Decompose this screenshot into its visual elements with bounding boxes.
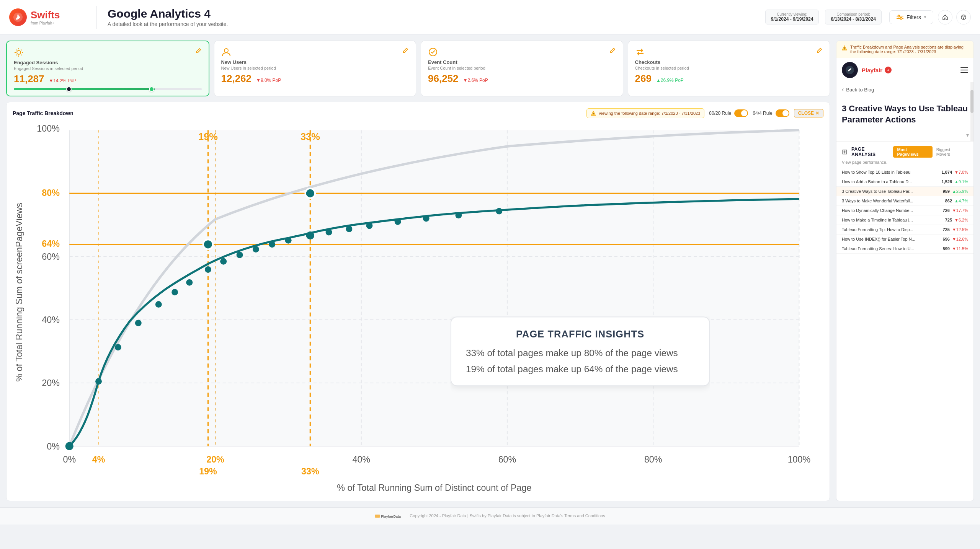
kpi-card-checkouts: Checkouts Checkouts in selected period 2… (628, 41, 830, 96)
toggle-80-20-switch[interactable] (734, 109, 748, 117)
blog-post-title: 3 Creative Ways to Use Tableau Parameter… (842, 103, 968, 125)
kpi-dot-1 (66, 86, 72, 92)
swap-icon (635, 47, 645, 57)
pa-page-change: ▼7.0% (954, 170, 968, 174)
page-analysis-row: How to Use INDEX() for Easier Top N... 6… (836, 235, 973, 244)
svg-point-62 (305, 189, 315, 198)
back-to-blog-link[interactable]: ‹ Back to Blog (836, 82, 973, 97)
comparison-period-label: Comparison period: (831, 12, 875, 16)
page-analysis-row: Tableau Formatting Series: How to U... 5… (836, 244, 973, 254)
edit-icon[interactable] (195, 47, 202, 54)
current-period-box: Currently viewing: 9/1/2024 - 9/19/2024 (765, 10, 819, 24)
svg-point-2 (898, 15, 900, 17)
rule-64-4-label: 64/4 Rule (753, 111, 772, 116)
right-scrollbar[interactable] (970, 82, 973, 141)
blog-logo (842, 62, 858, 78)
kpi-value-row-checkouts: 269 ▲26.9% PoP (635, 73, 823, 85)
main-content: Engaged Sessions Engaged Sessions in sel… (0, 34, 980, 507)
kpi-value-row-users: 12,262 ▼9.0% PoP (221, 73, 409, 85)
page-analysis-title: PAGE ANALYSIS (851, 147, 889, 157)
kpi-label-checkouts: Checkouts (635, 59, 823, 65)
svg-text:4%: 4% (92, 455, 105, 464)
filters-chevron-icon: ▾ (924, 15, 926, 19)
svg-point-53 (306, 231, 314, 239)
page-analysis-row: Tableau Formatting Tip: How to Disp... 7… (836, 225, 973, 235)
tab-most-pageviews[interactable]: Most Pageviews (893, 146, 932, 158)
tab-biggest-movers[interactable]: Biggest Movers (933, 146, 968, 158)
edit-icon-users[interactable] (402, 47, 409, 54)
pa-page-value: 696 (943, 237, 950, 241)
hamburger-menu[interactable] (960, 67, 968, 73)
pa-page-change: ▼12.6% (952, 237, 968, 241)
kpi-change-engaged: ▼14.2% PoP (49, 78, 77, 83)
pa-page-name: How to Use INDEX() for Easier Top N... (842, 237, 940, 241)
right-scrollbar-thumb[interactable] (970, 90, 973, 113)
scroll-down-icon: ▾ (964, 131, 971, 139)
logo-swifts-label: Swifts (31, 9, 60, 21)
date-periods: Currently viewing: 9/1/2024 - 9/19/2024 … (765, 10, 882, 24)
page-analysis-row: How to Dynamically Change Numbe... 726 ▼… (836, 206, 973, 215)
kpi-row: Engaged Sessions Engaged Sessions in sel… (6, 41, 830, 96)
svg-line-15 (16, 50, 17, 51)
svg-point-56 (366, 223, 372, 229)
svg-point-54 (326, 229, 332, 236)
pa-page-value: 959 (943, 189, 950, 194)
svg-text:40%: 40% (42, 315, 60, 325)
pa-page-name: Tableau Formatting Tip: How to Disp... (842, 227, 940, 232)
warning-icon (591, 111, 596, 116)
right-panel-inner: Traffic Breakdown and Page Analysis sect… (836, 41, 973, 501)
close-x-icon: ✕ (815, 111, 819, 116)
home-button[interactable] (938, 10, 952, 24)
toggle-64-4-switch[interactable] (776, 109, 789, 117)
pa-page-value: 725 (945, 218, 952, 222)
chart-header: Page Traffic Breakdown Viewing the follo… (13, 108, 823, 118)
notice-text: Traffic Breakdown and Page Analysis sect… (850, 45, 968, 54)
page-analysis-row: How to Show Top 10 Lists in Tableau 1,87… (836, 168, 973, 177)
footer: PlayfairData Copyright 2024 - Playfair D… (0, 507, 980, 525)
svg-point-48 (220, 258, 227, 265)
scrollable-area: ‹ Back to Blog 3 Creative Ways to Use Ta… (836, 82, 973, 141)
kpi-card-new-users: New Users New Users in selected period 1… (214, 41, 416, 96)
svg-point-41 (95, 378, 102, 384)
toggle-64-4: 64/4 Rule (753, 109, 789, 117)
page-analysis-row: How to Make a Timeline in Tableau |... 7… (836, 215, 973, 225)
help-button[interactable] (956, 10, 971, 24)
scatter-chart: 100% 80% 64% 60% 40% 20% 0% 0% 4% 20% 40… (13, 122, 823, 495)
filters-button[interactable]: Filters ▾ (889, 10, 933, 24)
back-label: Back to Blog (846, 87, 874, 93)
svg-point-85 (844, 49, 844, 49)
svg-text:0%: 0% (63, 455, 76, 464)
filters-icon (897, 14, 903, 21)
svg-point-60 (496, 208, 502, 215)
edit-icon-events[interactable] (609, 47, 616, 54)
kpi-value-row-events: 96,252 ▼2.6% PoP (428, 73, 616, 85)
svg-point-22 (593, 114, 594, 115)
logo-area: Swifts from Playfair+ (9, 8, 86, 26)
svg-text:80%: 80% (644, 455, 662, 464)
svg-text:19%: 19% (198, 131, 218, 142)
page-analysis-sublabel: View page performance. (836, 160, 973, 168)
svg-point-1 (17, 15, 19, 17)
current-period-label: Currently viewing: (771, 12, 813, 16)
svg-point-10 (17, 51, 21, 54)
close-button[interactable]: CLOSE ✕ (794, 109, 823, 117)
kpi-sublabel-engaged: Engaged Sessions in selected period (14, 66, 202, 71)
svg-point-50 (253, 246, 259, 253)
page-analysis-row: 3 Creative Ways to Use Tableau Par... 95… (836, 187, 973, 196)
kpi-dot-2 (149, 86, 154, 92)
svg-rect-88 (375, 515, 380, 518)
chart-title: Page Traffic Breakdown (13, 110, 74, 116)
date-warning-banner: Viewing the following date range: 7/1/20… (586, 108, 704, 118)
svg-text:PlayfairData: PlayfairData (381, 515, 401, 518)
home-icon (942, 14, 948, 20)
page-analysis-header: ⊞ PAGE ANALYSIS Most Pageviews Biggest M… (836, 141, 973, 160)
svg-point-52 (285, 237, 292, 244)
scroll-down-area: ▾ (836, 131, 973, 141)
svg-text:33%: 33% (301, 466, 319, 476)
kpi-value-engaged: 11,287 (14, 73, 44, 85)
chart-card: Page Traffic Breakdown Viewing the follo… (6, 102, 830, 501)
svg-point-57 (395, 218, 401, 225)
svg-text:20%: 20% (42, 378, 60, 388)
edit-icon-checkouts[interactable] (816, 47, 823, 54)
svg-text:64%: 64% (42, 239, 60, 249)
